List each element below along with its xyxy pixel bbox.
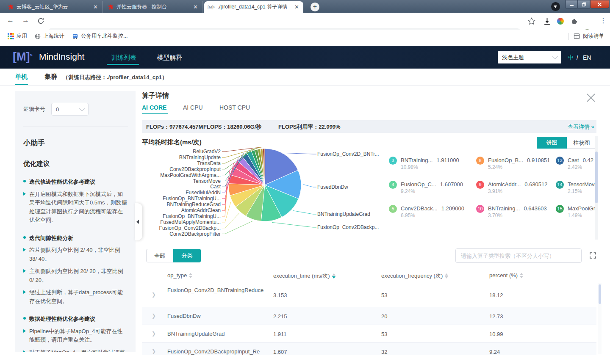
operator-search[interactable] (455, 248, 582, 263)
window-close-button[interactable] (590, 0, 609, 8)
nav-model-explain[interactable]: 模型解释 (157, 54, 182, 62)
pie-label-left: TensorMove (142, 179, 221, 184)
reading-list-item[interactable]: 阅读清单 (568, 33, 604, 40)
row-expand-chevron-icon[interactable]: ❯ (152, 292, 156, 298)
filter-all-button[interactable]: 全部 (146, 249, 173, 262)
tab-ai-core[interactable]: AI CORE (142, 104, 166, 111)
mindinsight-favicon: [M]ˢ (208, 5, 215, 9)
tab-ai-cpu[interactable]: AI CPU (183, 104, 203, 111)
forward-icon[interactable]: → (22, 16, 29, 25)
row-expand-chevron-icon[interactable]: ❯ (152, 313, 156, 319)
tab-host-cpu[interactable]: HOST CPU (219, 104, 250, 111)
browser-tab-2[interactable]: 弹性云服务器 - 控制台 ✕ (104, 1, 202, 13)
cell-execution-time: 1.911 (273, 331, 287, 337)
nav-training-list[interactable]: 训练列表 (111, 54, 136, 62)
logic-card-select[interactable]: 0 (51, 103, 89, 116)
legend-percent: 2.15% (568, 188, 582, 194)
scrollbar-thumb[interactable] (595, 152, 598, 203)
pie-label-left: Conv2DBackpropFilter (142, 232, 221, 237)
legend-item[interactable]: 10BNTraining...0.6436033.70% (476, 204, 556, 228)
extensions-puzzle-icon[interactable] (571, 17, 578, 25)
back-icon[interactable]: ← (7, 16, 14, 25)
table-row[interactable]: ❯BNTrainingUpdateGrad1.9115310.99 (142, 325, 596, 343)
legend-item[interactable]: 9AtomicAddr...0.6805123.91% (476, 180, 556, 204)
browser-menu-icon[interactable]: ⋮ (600, 17, 607, 25)
tab-single-machine[interactable]: 单机 (15, 73, 28, 81)
bookmark-label: 公务用车北斗监控... (81, 33, 128, 40)
flops-utilization: FLOPS利用率：22.099% (278, 123, 341, 131)
new-tab-button[interactable]: + (311, 3, 319, 11)
legend-item[interactable]: 4FusionOp_C...1.6070009.24% (389, 180, 476, 204)
browser-tab-1[interactable]: 云博客_云社区_华为云 ✕ (4, 1, 103, 13)
reload-icon[interactable] (37, 17, 44, 25)
cell-op-type: FusionOp_Conv2D_BNTrainingReduce (167, 286, 264, 295)
tab-cluster[interactable]: 集群 (44, 73, 57, 81)
pie-chart-button[interactable]: 饼图 (537, 137, 567, 149)
sort-carets-icon[interactable] (520, 273, 523, 278)
fullscreen-icon[interactable] (590, 252, 596, 260)
row-expand-chevron-icon[interactable]: ❯ (152, 348, 156, 354)
label-connector-line (272, 222, 316, 227)
label-connector-line (293, 211, 316, 214)
lang-en[interactable]: EN (583, 54, 591, 61)
huawei-logo-icon (8, 4, 14, 10)
legend-scrollbar[interactable] (595, 136, 598, 240)
operator-search-input[interactable] (456, 249, 581, 262)
legend-item[interactable]: 15MaxPoolGradWithArg1.49% (556, 204, 595, 228)
column-header[interactable]: percent (%) (489, 272, 523, 279)
column-header[interactable]: op_type (167, 272, 192, 279)
legend-item[interactable]: 13Cast0.422.42% (556, 156, 595, 180)
label-connector-line (286, 153, 316, 154)
table-row[interactable]: ❯FusionOp_Conv2DBackpropInput_Re1.607329… (142, 343, 596, 355)
lang-zh[interactable]: 中 (568, 54, 574, 62)
scrollbar-thumb[interactable] (599, 284, 601, 304)
bookmark-star-icon[interactable] (528, 17, 535, 25)
table-row[interactable]: ❯FusedDbnDw2.2152012.73 (142, 307, 596, 325)
pie-chart-area: ReluGradV2BNTrainingUpdateTransDataConv2… (142, 147, 595, 243)
legend-name-value: FusionOp_C...1.607000 (401, 181, 463, 188)
tab-search-button[interactable] (551, 2, 560, 11)
browser-tab-active[interactable]: [M]ˢ ./profiler_data14_cp1-算子详情 ✕ (204, 1, 303, 13)
tab-close-icon[interactable]: ✕ (294, 4, 300, 10)
row-expand-chevron-icon[interactable]: ❯ (152, 331, 156, 336)
triangle-bullet-icon (23, 248, 26, 251)
column-header[interactable]: execution_time (ms/次) (273, 272, 336, 280)
theme-select[interactable]: 浅色主题 (498, 51, 561, 63)
reading-list-icon (574, 33, 580, 39)
pie-label-left: AtomicAddrClean (142, 208, 221, 213)
bookmark-shanghai-stats[interactable]: 上海统计 (35, 33, 64, 40)
chevron-left-icon (136, 220, 139, 224)
pie-label-left: Cast (142, 184, 221, 190)
sort-carets-icon[interactable] (445, 273, 448, 279)
bus-icon (72, 33, 78, 39)
suggestion-section-title: 迭代轨迹性能优化参考建议 (23, 178, 128, 186)
sidebar-collapse-handle[interactable] (135, 203, 142, 240)
window-restore-button[interactable] (578, 0, 590, 8)
cell-execution-time: 3.153 (273, 292, 287, 298)
pie-label-left: FusedMulApplyMomentu... (142, 220, 221, 225)
legend-item[interactable]: 3BNTraining...1.91100010.98% (389, 156, 476, 180)
tab-close-icon[interactable]: ✕ (192, 4, 199, 10)
legend-item[interactable]: 8FusionOp_B...0.9108515.24% (476, 156, 556, 180)
extension-badge-icon[interactable] (557, 18, 564, 25)
view-details-link[interactable]: 查看详情 » (568, 123, 594, 131)
legend-item[interactable]: 5Conv2DBack...1.2090006.95% (389, 204, 476, 228)
theme-select-value: 浅色主题 (502, 54, 524, 61)
panel-close-button[interactable] (586, 93, 597, 104)
bar-chart-button[interactable]: 柱状图 (567, 137, 596, 149)
browser-omnibox: ← → 不安全 119.13.107.30:8080/#/profiling/s… (0, 13, 610, 30)
column-header[interactable]: execution_frequency (次) (381, 272, 448, 280)
download-icon[interactable] (543, 17, 551, 25)
sub-nav: 单机 集群 （训练日志路径：./profiler_data14_cp1） (0, 69, 610, 86)
bookmark-apps[interactable]: 应用 (8, 33, 27, 40)
window-minimize-button[interactable] (566, 0, 578, 8)
sort-carets-icon[interactable] (189, 273, 192, 278)
tab-close-icon[interactable]: ✕ (92, 4, 99, 10)
table-scrollbar[interactable] (598, 283, 602, 354)
filter-category-button[interactable]: 分类 (173, 249, 201, 262)
sort-carets-icon[interactable] (332, 273, 336, 279)
pie-label-right: FusionOp_Conv2DBackp... (317, 225, 379, 230)
bookmark-vehicle-monitor[interactable]: 公务用车北斗监控... (72, 33, 128, 40)
legend-item[interactable]: 14TensorMove2.15% (556, 180, 595, 204)
table-row[interactable]: ❯FusionOp_Conv2D_BNTrainingReduce3.15353… (142, 283, 596, 307)
